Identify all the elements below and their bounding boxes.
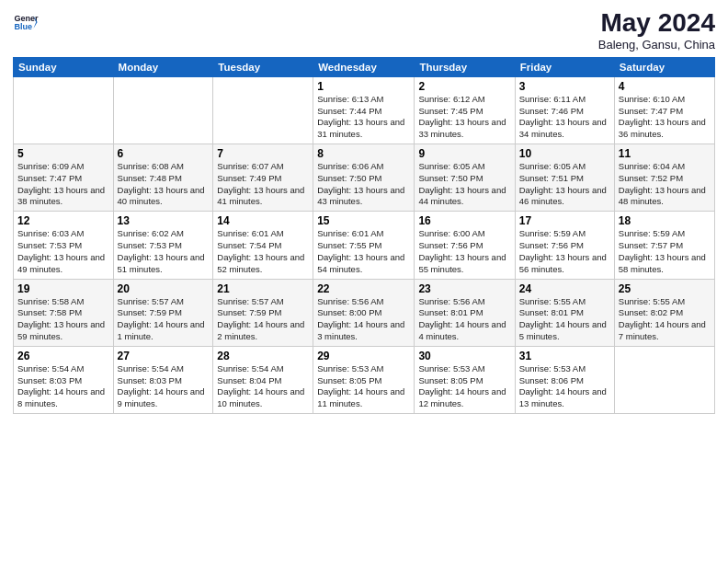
day-number: 17 — [519, 214, 610, 227]
table-row: 21Sunrise: 5:57 AM Sunset: 7:59 PM Dayli… — [213, 279, 313, 346]
table-row: 30Sunrise: 5:53 AM Sunset: 8:05 PM Dayli… — [415, 346, 515, 413]
day-info: Sunrise: 6:02 AM Sunset: 7:53 PM Dayligh… — [118, 228, 210, 275]
day-info: Sunrise: 5:59 AM Sunset: 7:56 PM Dayligh… — [519, 228, 610, 275]
table-row: 4Sunrise: 6:10 AM Sunset: 7:47 PM Daylig… — [614, 76, 714, 144]
day-info: Sunrise: 6:03 AM Sunset: 7:53 PM Dayligh… — [17, 228, 109, 275]
day-number: 29 — [317, 350, 410, 362]
day-info: Sunrise: 6:13 AM Sunset: 7:44 PM Dayligh… — [317, 94, 410, 141]
table-row: 29Sunrise: 5:53 AM Sunset: 8:05 PM Dayli… — [313, 346, 415, 413]
table-row: 18Sunrise: 5:59 AM Sunset: 7:57 PM Dayli… — [614, 212, 714, 279]
day-number: 18 — [619, 214, 711, 227]
day-info: Sunrise: 5:53 AM Sunset: 8:05 PM Dayligh… — [317, 363, 410, 410]
day-number: 15 — [317, 214, 410, 227]
day-info: Sunrise: 5:59 AM Sunset: 7:57 PM Dayligh… — [619, 228, 711, 275]
header-thursday: Thursday — [415, 57, 515, 76]
day-info: Sunrise: 6:08 AM Sunset: 7:48 PM Dayligh… — [118, 161, 210, 208]
table-row: 3Sunrise: 6:11 AM Sunset: 7:46 PM Daylig… — [515, 76, 614, 144]
day-number: 16 — [418, 214, 510, 227]
week-row-4: 19Sunrise: 5:58 AM Sunset: 7:58 PM Dayli… — [14, 279, 715, 346]
day-number: 23 — [418, 282, 510, 295]
table-row — [614, 346, 714, 413]
table-row: 8Sunrise: 6:06 AM Sunset: 7:50 PM Daylig… — [313, 144, 415, 212]
table-row: 25Sunrise: 5:55 AM Sunset: 8:02 PM Dayli… — [614, 279, 714, 346]
table-row: 7Sunrise: 6:07 AM Sunset: 7:49 PM Daylig… — [213, 144, 313, 212]
svg-text:Blue: Blue — [14, 22, 32, 31]
week-row-5: 26Sunrise: 5:54 AM Sunset: 8:03 PM Dayli… — [14, 346, 715, 413]
day-info: Sunrise: 5:55 AM Sunset: 8:01 PM Dayligh… — [519, 296, 610, 343]
week-row-1: 1Sunrise: 6:13 AM Sunset: 7:44 PM Daylig… — [14, 76, 715, 144]
day-info: Sunrise: 6:09 AM Sunset: 7:47 PM Dayligh… — [17, 161, 109, 208]
table-row: 11Sunrise: 6:04 AM Sunset: 7:52 PM Dayli… — [614, 144, 714, 212]
header: General Blue May 2024 Baleng, Gansu, Chi… — [13, 9, 715, 52]
day-number: 8 — [317, 147, 410, 160]
table-row: 20Sunrise: 5:57 AM Sunset: 7:59 PM Dayli… — [113, 279, 213, 346]
header-wednesday: Wednesday — [313, 57, 415, 76]
day-number: 14 — [217, 214, 309, 227]
day-number: 24 — [519, 282, 610, 295]
table-row: 17Sunrise: 5:59 AM Sunset: 7:56 PM Dayli… — [515, 212, 614, 279]
day-info: Sunrise: 5:55 AM Sunset: 8:02 PM Dayligh… — [619, 296, 711, 343]
table-row: 28Sunrise: 5:54 AM Sunset: 8:04 PM Dayli… — [213, 346, 313, 413]
table-row: 26Sunrise: 5:54 AM Sunset: 8:03 PM Dayli… — [14, 346, 114, 413]
table-row: 9Sunrise: 6:05 AM Sunset: 7:50 PM Daylig… — [415, 144, 515, 212]
table-row: 10Sunrise: 6:05 AM Sunset: 7:51 PM Dayli… — [515, 144, 614, 212]
day-number: 10 — [519, 147, 610, 160]
calendar: Sunday Monday Tuesday Wednesday Thursday… — [13, 57, 715, 414]
logo-icon: General Blue — [13, 9, 39, 35]
day-number: 26 — [17, 350, 109, 362]
table-row: 6Sunrise: 6:08 AM Sunset: 7:48 PM Daylig… — [113, 144, 213, 212]
week-row-2: 5Sunrise: 6:09 AM Sunset: 7:47 PM Daylig… — [14, 144, 715, 212]
day-info: Sunrise: 6:06 AM Sunset: 7:50 PM Dayligh… — [317, 161, 410, 208]
table-row: 23Sunrise: 5:56 AM Sunset: 8:01 PM Dayli… — [415, 279, 515, 346]
day-info: Sunrise: 6:05 AM Sunset: 7:51 PM Dayligh… — [519, 161, 610, 208]
table-row: 13Sunrise: 6:02 AM Sunset: 7:53 PM Dayli… — [113, 212, 213, 279]
day-info: Sunrise: 5:54 AM Sunset: 8:03 PM Dayligh… — [118, 363, 210, 410]
day-info: Sunrise: 6:07 AM Sunset: 7:49 PM Dayligh… — [217, 161, 309, 208]
page: General Blue May 2024 Baleng, Gansu, Chi… — [0, 0, 728, 563]
logo: General Blue — [13, 9, 39, 35]
header-monday: Monday — [113, 57, 213, 76]
day-number: 1 — [317, 80, 410, 93]
day-number: 6 — [118, 147, 210, 160]
day-info: Sunrise: 5:56 AM Sunset: 8:01 PM Dayligh… — [418, 296, 510, 343]
day-info: Sunrise: 5:53 AM Sunset: 8:05 PM Dayligh… — [418, 363, 510, 410]
table-row: 2Sunrise: 6:12 AM Sunset: 7:45 PM Daylig… — [415, 76, 515, 144]
day-number: 12 — [17, 214, 109, 227]
day-info: Sunrise: 5:58 AM Sunset: 7:58 PM Dayligh… — [17, 296, 109, 343]
day-number: 19 — [17, 282, 109, 295]
title-block: May 2024 Baleng, Gansu, China — [598, 9, 715, 52]
header-sunday: Sunday — [14, 57, 114, 76]
day-info: Sunrise: 5:57 AM Sunset: 7:59 PM Dayligh… — [217, 296, 309, 343]
header-tuesday: Tuesday — [213, 57, 313, 76]
day-info: Sunrise: 5:54 AM Sunset: 8:03 PM Dayligh… — [17, 363, 109, 410]
table-row — [213, 76, 313, 144]
table-row: 27Sunrise: 5:54 AM Sunset: 8:03 PM Dayli… — [113, 346, 213, 413]
title-location: Baleng, Gansu, China — [598, 38, 715, 52]
table-row: 16Sunrise: 6:00 AM Sunset: 7:56 PM Dayli… — [415, 212, 515, 279]
table-row: 22Sunrise: 5:56 AM Sunset: 8:00 PM Dayli… — [313, 279, 415, 346]
table-row: 12Sunrise: 6:03 AM Sunset: 7:53 PM Dayli… — [14, 212, 114, 279]
day-number: 20 — [118, 282, 210, 295]
day-number: 28 — [217, 350, 309, 362]
day-number: 11 — [619, 147, 711, 160]
table-row — [14, 76, 114, 144]
day-info: Sunrise: 6:12 AM Sunset: 7:45 PM Dayligh… — [418, 94, 510, 141]
day-info: Sunrise: 5:56 AM Sunset: 8:00 PM Dayligh… — [317, 296, 410, 343]
day-info: Sunrise: 6:10 AM Sunset: 7:47 PM Dayligh… — [619, 94, 711, 141]
table-row: 24Sunrise: 5:55 AM Sunset: 8:01 PM Dayli… — [515, 279, 614, 346]
table-row: 1Sunrise: 6:13 AM Sunset: 7:44 PM Daylig… — [313, 76, 415, 144]
weekday-header-row: Sunday Monday Tuesday Wednesday Thursday… — [14, 57, 715, 76]
table-row: 19Sunrise: 5:58 AM Sunset: 7:58 PM Dayli… — [14, 279, 114, 346]
day-number: 13 — [118, 214, 210, 227]
title-month: May 2024 — [598, 9, 715, 38]
day-info: Sunrise: 6:01 AM Sunset: 7:54 PM Dayligh… — [217, 228, 309, 275]
day-number: 4 — [619, 80, 711, 93]
table-row: 5Sunrise: 6:09 AM Sunset: 7:47 PM Daylig… — [14, 144, 114, 212]
day-number: 7 — [217, 147, 309, 160]
day-number: 27 — [118, 350, 210, 362]
day-info: Sunrise: 6:01 AM Sunset: 7:55 PM Dayligh… — [317, 228, 410, 275]
day-number: 5 — [17, 147, 109, 160]
table-row — [113, 76, 213, 144]
header-friday: Friday — [515, 57, 614, 76]
day-info: Sunrise: 6:05 AM Sunset: 7:50 PM Dayligh… — [418, 161, 510, 208]
